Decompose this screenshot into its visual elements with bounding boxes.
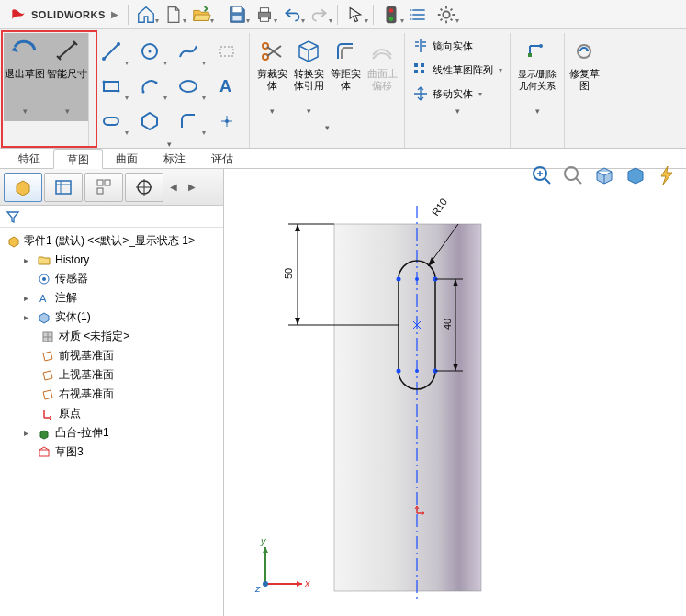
app-logo[interactable]: SOLIDWORKS ▶ [4,6,124,24]
rectangle-icon [100,75,122,97]
fillet-icon [177,110,199,132]
view-toolbar [528,162,680,189]
tree-solid-bodies[interactable]: ▸实体(1) [4,308,219,327]
tree-sensors[interactable]: 传感器 [4,269,219,288]
tab-features[interactable]: 特征 [6,149,53,168]
part-icon [7,235,20,248]
feature-manager-tab[interactable] [4,173,42,202]
print-button[interactable]: ▾ [251,3,278,27]
point-tool[interactable] [208,105,245,138]
tree-right-plane[interactable]: 右视基准面 [4,385,219,404]
tree-sketch3[interactable]: 草图3 [4,442,219,462]
rectangle-tool[interactable]: ▾ [93,70,129,103]
app-name: SOLIDWORKS [31,9,106,20]
tree-root[interactable]: 零件1 (默认) <<默认>_显示状态 1> [4,231,219,251]
display-style-button[interactable] [622,162,649,189]
redo-button[interactable]: ▾ [306,3,333,27]
exit-sketch-button[interactable]: 退出草图 ▾ [4,33,46,121]
tab-evaluate[interactable]: 评估 [198,149,246,168]
tree-origin[interactable]: 原点 [4,404,219,423]
line-tool[interactable]: ▾ [93,35,129,68]
tab-annotate[interactable]: 标注 [151,149,198,168]
display-relations-button[interactable]: 显示/删除几何关系 ▾ [514,33,560,121]
save-button[interactable]: ▾ [223,3,251,27]
mirror-entities-button[interactable]: 镜向实体 [409,35,506,57]
move-entities-button[interactable]: 移动实体▾ [409,83,506,105]
svg-point-48 [397,277,401,282]
fillet-tool[interactable]: ▾ [170,105,207,138]
svg-rect-39 [97,180,103,185]
arc-tool[interactable]: ▾ [131,70,168,103]
options-list-button[interactable] [405,3,433,27]
view-orientation-button[interactable] [590,162,618,189]
offset-entities-button[interactable]: 等距实体 [327,33,364,121]
ellipse-tool[interactable]: ▾ [170,70,207,103]
svg-point-12 [102,57,106,61]
tab-surfaces[interactable]: 曲面 [103,149,151,168]
ellipse-icon [177,75,199,97]
svg-point-9 [410,14,412,16]
tree-front-plane[interactable]: 前视基准面 [4,346,219,365]
sketch-tools-grid: ▾ ▾ ▾ ▾ ▾ ▾ A ▾ ▾ [93,33,245,138]
svg-rect-41 [97,188,103,194]
section-view-button[interactable] [653,162,680,189]
property-icon [53,177,73,197]
folder-icon [38,253,51,266]
line-icon [100,40,122,62]
home-icon [136,5,156,25]
linear-pattern-button[interactable]: 线性草图阵列▾ [409,59,506,81]
zoom-fit-button[interactable] [528,162,556,189]
material-icon [41,330,54,343]
svg-rect-30 [421,63,424,67]
text-tool[interactable]: A [208,70,245,103]
slot-tool[interactable]: ▾ [93,105,129,138]
ref-geometry-tool[interactable] [208,35,245,68]
tree-material[interactable]: 材质 <未指定> [4,327,219,346]
graphics-area[interactable]: 50 40 R10 x y z [224,169,686,616]
svg-rect-31 [414,70,418,73]
tree-extrude1[interactable]: ▸凸台-拉伸1 [4,423,219,442]
home-button[interactable]: ▾ [132,3,160,27]
dimxpert-tab[interactable] [125,173,163,202]
annotation-icon: A [38,292,51,305]
open-button[interactable]: ▾ [187,3,215,27]
convert-entities-button[interactable]: 转换实体引用 ▾ [290,33,327,121]
svg-point-52 [415,277,419,281]
trim-entities-button[interactable]: 剪裁实体 ▾ [253,33,290,121]
svg-rect-47 [39,450,49,456]
svg-rect-16 [220,47,233,56]
zoom-area-button[interactable] [559,162,587,189]
spline-tool[interactable]: ▾ [170,35,207,68]
select-button[interactable]: ▾ [342,3,369,27]
rebuild-button[interactable]: ▾ [377,3,405,27]
tree-filter[interactable] [0,206,223,228]
undo-icon [283,6,301,24]
tabs-prev[interactable]: ◀ [165,182,182,192]
new-button[interactable]: ▾ [160,3,187,27]
svg-point-22 [180,81,197,92]
tab-sketch[interactable]: 草图 [53,149,103,169]
tree-history[interactable]: ▸History [4,251,219,269]
svg-rect-29 [414,63,418,67]
svg-rect-24 [104,118,118,125]
view-triad: x y z [252,533,316,598]
smart-dimension-button[interactable]: 智能尺寸 ▾ [46,33,88,121]
tabs-next[interactable]: ▶ [184,182,200,192]
arc-icon [139,75,161,97]
polygon-tool[interactable] [131,105,168,138]
circle-tool[interactable]: ▾ [131,35,168,68]
repair-sketch-button[interactable]: 修复草图 [568,33,600,121]
undo-button[interactable]: ▾ [278,3,306,27]
svg-point-10 [410,18,412,20]
settings-button[interactable]: ▾ [433,3,460,27]
tree-top-plane[interactable]: 上视基准面 [4,365,219,385]
redo-icon [310,6,329,24]
tree-annotations[interactable]: ▸A注解 [4,288,219,308]
lightning-icon [655,163,679,187]
ribbon: 退出草图 ▾ 智能尺寸 ▾ ▾ ▾ ▾ ▾ ▾ ▾ A ▾ ▾ ▾ [0,29,686,149]
app-menu-caret-icon: ▶ [111,9,118,19]
property-manager-tab[interactable] [44,173,83,202]
point-icon [216,110,238,132]
list-icon [410,6,428,24]
config-manager-tab[interactable] [84,173,123,202]
